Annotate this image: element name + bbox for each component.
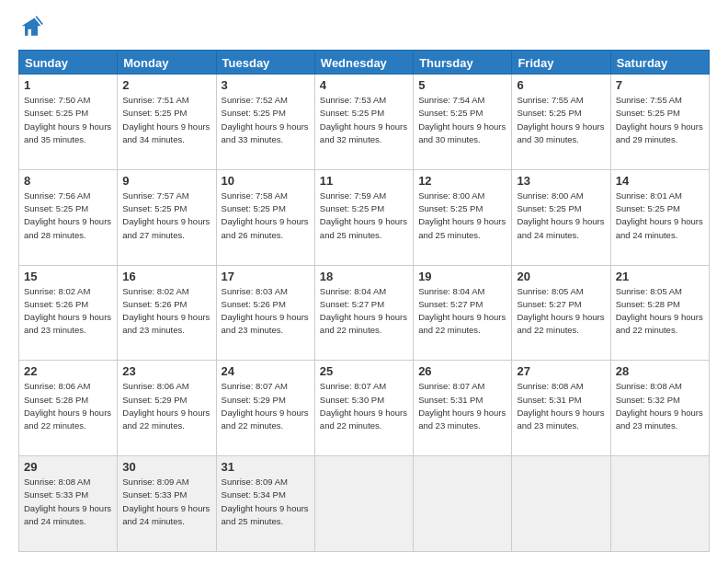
day-info: Sunrise: 7:52 AM Sunset: 5:25 PM Dayligh… [222,94,310,146]
day-info: Sunrise: 8:07 AM Sunset: 5:29 PM Dayligh… [222,380,310,432]
day-number: 30 [122,460,210,474]
calendar-cell: 28 Sunrise: 8:08 AM Sunset: 5:32 PM Dayl… [610,361,709,456]
calendar-cell [314,456,413,552]
calendar-cell: 1 Sunrise: 7:50 AM Sunset: 5:25 PM Dayli… [19,75,118,170]
day-info: Sunrise: 8:00 AM Sunset: 5:25 PM Dayligh… [418,190,506,242]
day-number: 26 [418,364,506,378]
calendar-cell: 7 Sunrise: 7:55 AM Sunset: 5:25 PM Dayli… [610,75,709,170]
day-number: 12 [418,174,506,188]
day-number: 11 [320,174,408,188]
day-number: 25 [320,364,408,378]
day-number: 24 [222,364,310,378]
logo [18,15,48,40]
day-number: 21 [616,270,704,283]
day-number: 6 [517,78,605,92]
day-info: Sunrise: 7:57 AM Sunset: 5:25 PM Dayligh… [122,190,210,242]
day-info: Sunrise: 8:08 AM Sunset: 5:31 PM Dayligh… [517,380,605,432]
day-number: 23 [122,364,210,378]
calendar-cell: 23 Sunrise: 8:06 AM Sunset: 5:29 PM Dayl… [118,361,216,456]
day-info: Sunrise: 7:51 AM Sunset: 5:25 PM Dayligh… [122,94,210,146]
day-number: 31 [222,460,310,474]
calendar-cell: 3 Sunrise: 7:52 AM Sunset: 5:25 PM Dayli… [216,75,314,170]
day-info: Sunrise: 8:09 AM Sunset: 5:34 PM Dayligh… [222,476,310,528]
calendar-cell: 12 Sunrise: 8:00 AM Sunset: 5:25 PM Dayl… [414,169,512,265]
svg-marker-0 [22,18,41,36]
calendar-table: SundayMondayTuesdayWednesdayThursdayFrid… [18,50,710,552]
calendar-cell: 29 Sunrise: 8:08 AM Sunset: 5:33 PM Dayl… [19,456,118,552]
calendar-cell: 16 Sunrise: 8:02 AM Sunset: 5:26 PM Dayl… [118,265,216,361]
day-info: Sunrise: 8:05 AM Sunset: 5:28 PM Dayligh… [616,285,704,338]
day-number: 17 [222,270,310,283]
day-number: 20 [517,270,605,283]
calendar-cell: 22 Sunrise: 8:06 AM Sunset: 5:28 PM Dayl… [19,361,118,456]
day-number: 27 [517,364,605,378]
calendar-cell: 10 Sunrise: 7:58 AM Sunset: 5:25 PM Dayl… [216,169,314,265]
day-info: Sunrise: 8:05 AM Sunset: 5:27 PM Dayligh… [517,285,605,338]
calendar-cell: 11 Sunrise: 7:59 AM Sunset: 5:25 PM Dayl… [314,169,413,265]
day-number: 15 [24,270,112,283]
day-info: Sunrise: 7:58 AM Sunset: 5:25 PM Dayligh… [222,190,310,242]
day-number: 19 [418,270,506,283]
day-number: 1 [24,78,112,92]
day-number: 18 [320,270,408,283]
day-info: Sunrise: 8:02 AM Sunset: 5:26 PM Dayligh… [24,285,112,338]
day-number: 5 [418,78,506,92]
calendar-cell: 20 Sunrise: 8:05 AM Sunset: 5:27 PM Dayl… [512,265,610,361]
day-info: Sunrise: 8:06 AM Sunset: 5:28 PM Dayligh… [24,380,112,432]
calendar-cell: 18 Sunrise: 8:04 AM Sunset: 5:27 PM Dayl… [314,265,413,361]
day-number: 28 [616,364,704,378]
day-number: 22 [24,364,112,378]
week-row-3: 15 Sunrise: 8:02 AM Sunset: 5:26 PM Dayl… [19,265,710,361]
day-info: Sunrise: 8:09 AM Sunset: 5:33 PM Dayligh… [122,476,210,528]
week-row-5: 29 Sunrise: 8:08 AM Sunset: 5:33 PM Dayl… [19,456,710,552]
day-number: 8 [24,174,112,188]
calendar-cell: 31 Sunrise: 8:09 AM Sunset: 5:34 PM Dayl… [216,456,314,552]
day-info: Sunrise: 7:55 AM Sunset: 5:25 PM Dayligh… [517,94,605,146]
day-number: 16 [122,270,210,283]
day-info: Sunrise: 8:04 AM Sunset: 5:27 PM Dayligh… [320,285,408,338]
day-number: 2 [122,78,210,92]
day-header-thursday: Thursday [414,51,512,75]
day-header-friday: Friday [512,51,610,75]
day-info: Sunrise: 7:54 AM Sunset: 5:25 PM Dayligh… [418,94,506,146]
calendar-cell: 26 Sunrise: 8:07 AM Sunset: 5:31 PM Dayl… [414,361,512,456]
day-number: 29 [24,460,112,474]
calendar-cell [414,456,512,552]
day-header-tuesday: Tuesday [216,51,314,75]
day-info: Sunrise: 7:56 AM Sunset: 5:25 PM Dayligh… [24,190,112,242]
day-number: 9 [122,174,210,188]
logo-icon [18,15,44,40]
day-info: Sunrise: 7:59 AM Sunset: 5:25 PM Dayligh… [320,190,408,242]
calendar-cell: 21 Sunrise: 8:05 AM Sunset: 5:28 PM Dayl… [610,265,709,361]
day-header-monday: Monday [118,51,216,75]
calendar-cell: 15 Sunrise: 8:02 AM Sunset: 5:26 PM Dayl… [19,265,118,361]
calendar-cell: 8 Sunrise: 7:56 AM Sunset: 5:25 PM Dayli… [19,169,118,265]
day-info: Sunrise: 8:08 AM Sunset: 5:33 PM Dayligh… [24,476,112,528]
day-number: 4 [320,78,408,92]
week-row-1: 1 Sunrise: 7:50 AM Sunset: 5:25 PM Dayli… [19,75,710,170]
calendar-cell: 24 Sunrise: 8:07 AM Sunset: 5:29 PM Dayl… [216,361,314,456]
day-info: Sunrise: 8:04 AM Sunset: 5:27 PM Dayligh… [418,285,506,338]
day-header-saturday: Saturday [610,51,709,75]
calendar-cell: 17 Sunrise: 8:03 AM Sunset: 5:26 PM Dayl… [216,265,314,361]
day-info: Sunrise: 7:53 AM Sunset: 5:25 PM Dayligh… [320,94,408,146]
week-row-4: 22 Sunrise: 8:06 AM Sunset: 5:28 PM Dayl… [19,361,710,456]
day-header-wednesday: Wednesday [314,51,413,75]
day-number: 10 [222,174,310,188]
day-info: Sunrise: 8:01 AM Sunset: 5:25 PM Dayligh… [616,190,704,242]
day-info: Sunrise: 8:03 AM Sunset: 5:26 PM Dayligh… [222,285,310,338]
day-info: Sunrise: 7:55 AM Sunset: 5:25 PM Dayligh… [616,94,704,146]
day-headers: SundayMondayTuesdayWednesdayThursdayFrid… [19,51,710,75]
calendar-cell: 27 Sunrise: 8:08 AM Sunset: 5:31 PM Dayl… [512,361,610,456]
day-number: 3 [222,78,310,92]
header [18,15,710,40]
day-number: 14 [616,174,704,188]
week-row-2: 8 Sunrise: 7:56 AM Sunset: 5:25 PM Dayli… [19,169,710,265]
calendar-cell: 2 Sunrise: 7:51 AM Sunset: 5:25 PM Dayli… [118,75,216,170]
page: SundayMondayTuesdayWednesdayThursdayFrid… [0,0,728,563]
calendar-cell: 19 Sunrise: 8:04 AM Sunset: 5:27 PM Dayl… [414,265,512,361]
calendar-cell: 6 Sunrise: 7:55 AM Sunset: 5:25 PM Dayli… [512,75,610,170]
calendar-cell: 30 Sunrise: 8:09 AM Sunset: 5:33 PM Dayl… [118,456,216,552]
day-info: Sunrise: 8:06 AM Sunset: 5:29 PM Dayligh… [122,380,210,432]
day-info: Sunrise: 8:07 AM Sunset: 5:31 PM Dayligh… [418,380,506,432]
